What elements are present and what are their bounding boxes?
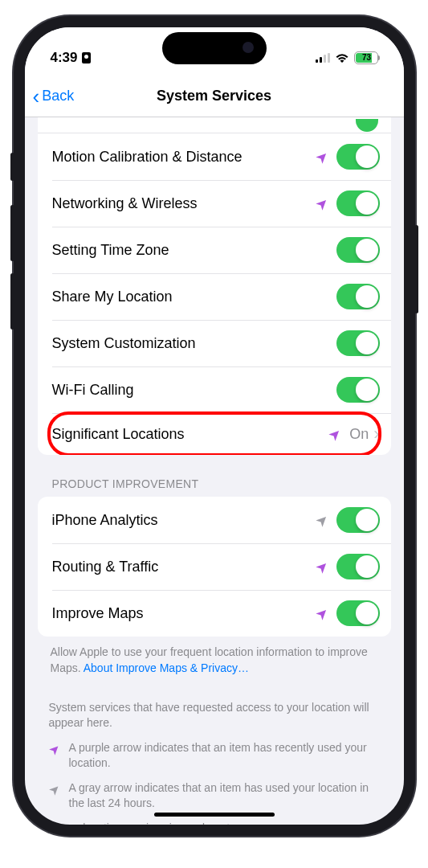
- legend-gray-row: ➤ A gray arrow indicates that an item ha…: [49, 780, 380, 811]
- toggle-switch[interactable]: [336, 377, 380, 403]
- row-iphone-analytics[interactable]: iPhone Analytics ➤: [38, 497, 391, 543]
- back-button[interactable]: ‹ Back: [33, 86, 75, 107]
- chevron-left-icon: ‹: [33, 86, 40, 107]
- section-header-product-improvement: PRODUCT IMPROVEMENT: [25, 455, 404, 497]
- battery-icon: 73: [354, 51, 378, 64]
- row-value: On: [349, 426, 369, 443]
- page-title: System Services: [25, 88, 404, 104]
- row-networking-wireless[interactable]: Networking & Wireless ➤: [38, 180, 391, 227]
- row-share-my-location[interactable]: Share My Location: [38, 273, 391, 320]
- partial-row: [38, 117, 391, 133]
- row-setting-time-zone[interactable]: Setting Time Zone: [38, 227, 391, 273]
- navigation-bar: ‹ Back System Services: [25, 76, 404, 117]
- legend-purple-row: ➤ A purple arrow indicates that an item …: [49, 740, 380, 771]
- id-card-icon: [82, 52, 91, 63]
- back-label: Back: [42, 88, 74, 104]
- row-motion-calibration[interactable]: Motion Calibration & Distance ➤: [38, 133, 391, 180]
- location-arrow-icon: ➤: [45, 780, 63, 799]
- toggle-switch[interactable]: [336, 144, 380, 170]
- toggle-switch[interactable]: [336, 330, 380, 356]
- toggle-switch[interactable]: [336, 554, 380, 579]
- row-improve-maps[interactable]: Improve Maps ➤: [38, 590, 391, 637]
- home-indicator[interactable]: [154, 813, 275, 817]
- toggle-switch[interactable]: [336, 284, 380, 309]
- legend-intro: System services that have requested acce…: [49, 700, 380, 731]
- toggle-switch[interactable]: [336, 600, 380, 626]
- row-wifi-calling[interactable]: Wi-Fi Calling: [38, 366, 391, 413]
- system-services-section: Motion Calibration & Distance ➤ Networki…: [38, 117, 391, 455]
- dynamic-island: [162, 32, 267, 64]
- footer-text: Allow Apple to use your frequent locatio…: [25, 637, 404, 676]
- location-arrow-icon: ➤: [45, 740, 63, 759]
- toggle-switch-partial[interactable]: [356, 119, 378, 132]
- chevron-right-icon: ›: [373, 424, 379, 444]
- row-routing-traffic[interactable]: Routing & Traffic ➤: [38, 543, 391, 590]
- toggle-switch[interactable]: [336, 237, 380, 263]
- toggle-switch[interactable]: [336, 507, 380, 533]
- legend-outro: These location services icons do not app…: [49, 821, 380, 825]
- row-system-customization[interactable]: System Customization: [38, 320, 391, 366]
- status-time: 4:39: [51, 50, 78, 66]
- row-significant-locations[interactable]: Significant Locations ➤ On ›: [38, 413, 391, 455]
- toggle-switch[interactable]: [336, 190, 380, 216]
- privacy-link[interactable]: About Improve Maps & Privacy…: [84, 661, 249, 674]
- product-improvement-section: iPhone Analytics ➤ Routing & Traffic ➤ I…: [38, 497, 391, 637]
- wifi-icon: [335, 52, 349, 63]
- cellular-signal-icon: [316, 53, 330, 63]
